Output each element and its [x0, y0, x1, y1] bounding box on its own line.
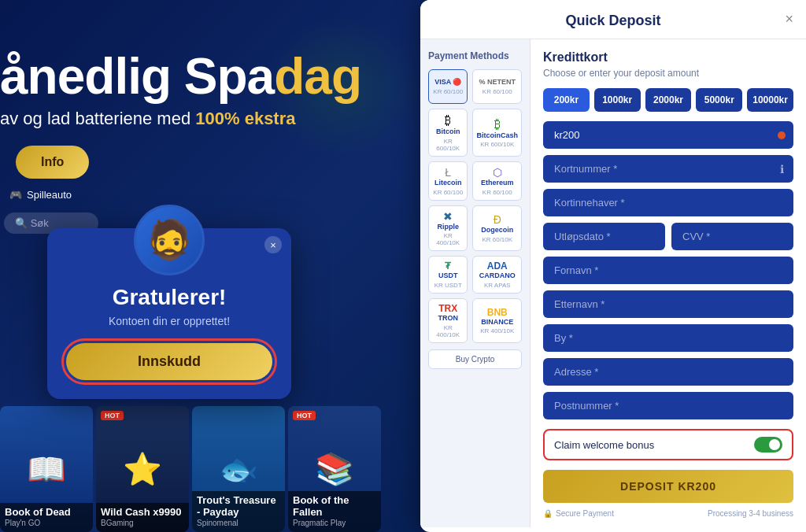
info-icon: ℹ — [780, 163, 784, 175]
payment-method-binance[interactable]: BNB BINANCE KR 400/10K — [472, 298, 522, 343]
sidebar-nav: 🎮 Spilleauto — [9, 189, 72, 201]
tron-logo: TRON — [438, 314, 458, 323]
quick-deposit-close-button[interactable]: × — [785, 11, 793, 28]
amount-btn-2000[interactable]: 2000kr — [645, 88, 692, 112]
fornavn-input[interactable] — [543, 257, 793, 284]
claim-bonus-toggle[interactable] — [754, 437, 782, 453]
bitcoin-sub: KR 600/10K — [432, 138, 464, 152]
by-input[interactable] — [543, 324, 793, 352]
usdt-sub: KR USDT — [434, 282, 462, 289]
amount-btn-1000[interactable]: 1000kr — [594, 88, 641, 112]
game-card[interactable]: HOT 📚 Book of the Fallen Pragmatic Play — [288, 406, 381, 532]
amount-input[interactable] — [543, 121, 793, 149]
dogecoin-sub: KR 60/10K — [482, 236, 512, 243]
cvv-input[interactable] — [671, 223, 793, 250]
deposit-button[interactable]: DEPOSIT KR200 — [543, 470, 793, 503]
quick-deposit-header: Quick Deposit × — [420, 0, 806, 39]
game-card-provider: Pragmatic Play — [293, 519, 376, 527]
game-card-title: Trout's Treasure - Payday — [197, 494, 280, 519]
game-card[interactable]: HOT ⭐ Wild Cash x9990 BGaming — [96, 406, 189, 532]
payment-methods-grid: VISA 🔴 KR 60/100 % NETENT KR 60/100 ₿ Bi… — [428, 69, 522, 343]
cardano-logo: CARDANO — [479, 272, 516, 280]
kortnummer-row: ℹ — [543, 155, 793, 183]
search-placeholder: Søk — [31, 217, 49, 229]
deposit-subtitle: Choose or enter your deposit amount — [543, 68, 793, 79]
game-card[interactable]: 🐟 Trout's Treasure - Payday Spinomenal — [192, 406, 285, 532]
game-card-title: Book of the Fallen — [293, 494, 376, 519]
buy-crypto-button[interactable]: Buy Crypto — [428, 349, 522, 369]
expiry-cvv-row — [543, 223, 793, 250]
payment-method-visa[interactable]: VISA 🔴 KR 60/100 — [428, 69, 468, 104]
spa-info-button[interactable]: Info — [16, 146, 89, 179]
ripple-logo: Ripple — [437, 223, 459, 231]
payment-method-bitcoincash[interactable]: ₿ BitcoinCash KR 600/10K — [472, 109, 522, 157]
payment-method-bitcoin[interactable]: ₿ Bitcoin KR 600/10K — [428, 109, 468, 157]
game-card-label: Book of Dead Play'n GO — [0, 503, 93, 532]
congrats-subtitle: Kontoen din er opprettet! — [66, 315, 272, 327]
postnummer-input[interactable] — [543, 392, 793, 419]
payment-method-litecoin[interactable]: Ł Litecoin KR 60/100 — [428, 161, 468, 201]
payment-methods-sidebar: Payment Methods VISA 🔴 KR 60/100 % NETEN… — [420, 39, 531, 527]
kortnummer-input[interactable] — [543, 155, 793, 183]
disclaimer-text: Vi gjør deg oppmerksom på at forespørsel… — [543, 526, 793, 527]
payment-method-usdt[interactable]: ₮ USDT KR USDT — [428, 256, 468, 294]
hot-badge: HOT — [101, 411, 124, 420]
secure-payment-text: 🔒 Secure Payment — [543, 509, 614, 518]
payment-methods-title: Payment Methods — [428, 50, 522, 61]
ethereum-logo: Ethereum — [481, 179, 514, 187]
utlopsdato-input[interactable] — [543, 223, 665, 250]
bitcoin-logo: Bitcoin — [436, 127, 460, 136]
quick-deposit-title: Quick Deposit — [436, 13, 790, 29]
quick-deposit-body: Payment Methods VISA 🔴 KR 60/100 % NETEN… — [420, 39, 806, 527]
deposit-form: Kredittkort Choose or enter your deposit… — [531, 39, 806, 527]
game-cards-container: 📖 Book of Dead Play'n GO HOT ⭐ Wild Cash… — [0, 390, 381, 532]
etternavn-row — [543, 290, 793, 318]
hot-badge: HOT — [293, 411, 316, 420]
congrats-close-button[interactable]: × — [264, 236, 282, 253]
kortinnehaver-input[interactable] — [543, 189, 793, 216]
amount-input-wrap — [543, 121, 793, 149]
processing-text: Processing 3-4 business — [708, 509, 793, 518]
game-card-title: Wild Cash x9990 — [101, 506, 184, 519]
etternavn-input[interactable] — [543, 290, 793, 318]
secure-payment-row: 🔒 Secure Payment Processing 3-4 business — [543, 509, 793, 518]
payment-method-dogecoin[interactable]: Ð Dogecoin KR 60/10K — [472, 205, 522, 252]
innskudd-button[interactable]: Innskudd — [66, 343, 272, 380]
payment-method-ripple[interactable]: ✖ Ripple KR 400/10K — [428, 205, 468, 252]
payment-method-ethereum[interactable]: ⬡ Ethereum KR 60/100 — [472, 161, 522, 201]
payment-method-tron[interactable]: TRX TRON KR 400/10K — [428, 298, 468, 343]
adresse-input[interactable] — [543, 358, 793, 386]
binance-logo: BINANCE — [481, 318, 513, 327]
bg-title-highlight: dag — [274, 48, 361, 105]
netent-sub: KR 60/100 — [482, 88, 512, 95]
amount-btn-200[interactable]: 200kr — [543, 88, 590, 112]
game-card[interactable]: 📖 Book of Dead Play'n GO — [0, 406, 93, 532]
amount-btn-5000[interactable]: 5000kr — [696, 88, 742, 112]
game-card-provider: Spinomenal — [197, 519, 280, 527]
ethereum-sub: KR 60/100 — [482, 189, 512, 196]
amount-dot-indicator — [778, 131, 786, 139]
by-row — [543, 324, 793, 352]
postnummer-row — [543, 392, 793, 419]
payment-method-cardano[interactable]: ADA CARDANO KR APAS — [472, 256, 522, 294]
bitcoincash-logo: BitcoinCash — [476, 131, 518, 140]
amount-buttons-row: 200kr 1000kr 2000kr 5000kr 10000kr — [543, 88, 793, 112]
bg-subtitle: av og lad batteriene med 100% ekstra — [0, 109, 296, 129]
usdt-logo: USDT — [438, 272, 458, 280]
amount-btn-10000[interactable]: 10000kr — [747, 88, 793, 112]
visa-logo: VISA 🔴 — [434, 78, 461, 87]
kredittkort-title: Kredittkort — [543, 50, 793, 65]
binance-sub: KR 400/10K — [480, 327, 514, 334]
game-card-label: Wild Cash x9990 BGaming — [96, 503, 189, 532]
fornavn-row — [543, 257, 793, 284]
kortinnehaver-row — [543, 189, 793, 216]
payment-method-netent[interactable]: % NETENT KR 60/100 — [472, 69, 522, 104]
sidebar-nav-label: Spilleauto — [27, 189, 72, 201]
claim-bonus-row: Claim welcome bonus — [543, 429, 793, 460]
congrats-title: Gratulerer! — [66, 285, 272, 310]
game-card-label: Book of the Fallen Pragmatic Play — [288, 491, 381, 532]
claim-bonus-label: Claim welcome bonus — [554, 439, 748, 451]
dogecoin-logo: Dogecoin — [481, 226, 513, 235]
visa-sub: KR 60/100 — [433, 88, 463, 95]
adresse-row — [543, 358, 793, 386]
